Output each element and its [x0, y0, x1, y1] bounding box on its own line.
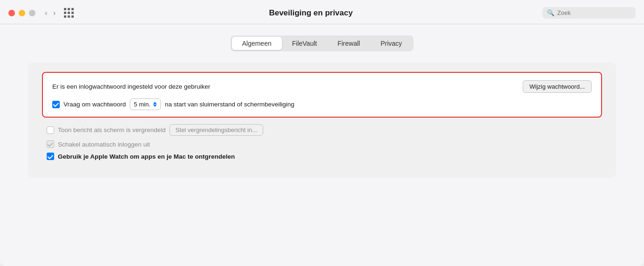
setting-row-apple-watch: Gebruik je Apple Watch om apps en je Mac… [42, 153, 602, 160]
require-password-checkbox[interactable] [52, 101, 60, 108]
window-title: Beveiliging en privacy [79, 8, 542, 18]
titlebar: ‹ › Beveiliging en privacy 🔍 [0, 0, 644, 24]
app-grid-icon[interactable] [64, 8, 74, 18]
grid-dot [68, 8, 70, 10]
show-message-label: Toon bericht als scherm is vergrendeld [58, 126, 166, 133]
setting-row-show-message: Toon bericht als scherm is vergrendeld S… [42, 124, 602, 136]
back-button[interactable]: ‹ [43, 8, 49, 18]
grid-dot [64, 15, 66, 18]
apple-watch-label: Gebruik je Apple Watch om apps en je Mac… [58, 153, 235, 160]
main-window: ‹ › Beveiliging en privacy 🔍 [0, 0, 644, 266]
grid-dot [68, 12, 70, 14]
forward-button[interactable]: › [51, 8, 58, 18]
tab-privacy[interactable]: Privacy [370, 37, 412, 50]
grid-dot [71, 15, 74, 18]
setting-row-auto-login: Schakel automatisch inloggen uit [42, 140, 602, 148]
maximize-button[interactable] [29, 10, 35, 16]
dropdown-value: 5 min. [134, 101, 150, 108]
require-password-label: Vraag om wachtwoord [63, 101, 126, 108]
tab-algemeen[interactable]: Algemeen [232, 37, 282, 50]
highlighted-section: Er is een inlogwachtwoord ingesteld voor… [42, 72, 602, 118]
auto-login-label: Schakel automatisch inloggen uit [58, 141, 150, 148]
grid-dot [71, 12, 74, 14]
password-info-label: Er is een inlogwachtwoord ingesteld voor… [52, 83, 210, 90]
set-message-button[interactable]: Stel vergrendelingsbericht in... [169, 124, 263, 136]
settings-panel: Er is een inlogwachtwoord ingesteld voor… [28, 63, 616, 178]
arrow-up-icon [153, 102, 157, 104]
grid-dot [64, 12, 66, 14]
nav-arrows: ‹ › [43, 8, 57, 18]
show-message-checkbox[interactable] [47, 126, 54, 134]
grid-dot [68, 15, 70, 18]
arrow-down-icon [153, 105, 157, 107]
require-password-row: Vraag om wachtwoord 5 min. na start van … [52, 98, 592, 110]
password-info-row: Er is een inlogwachtwoord ingesteld voor… [52, 80, 592, 93]
tab-filevault[interactable]: FileVault [282, 37, 327, 50]
time-dropdown[interactable]: 5 min. [130, 98, 161, 110]
apple-watch-checkbox[interactable] [47, 153, 54, 160]
minimize-button[interactable] [19, 10, 25, 16]
dropdown-arrows-icon [153, 102, 157, 107]
search-box[interactable]: 🔍 [542, 7, 636, 19]
content-area: Algemeen FileVault Firewall Privacy Er i… [0, 24, 644, 266]
tab-firewall[interactable]: Firewall [327, 37, 370, 50]
search-icon: 🔍 [547, 9, 554, 16]
after-sleep-label: na start van sluimerstand of schermbevei… [165, 101, 294, 108]
grid-dot [64, 8, 66, 10]
search-input[interactable] [557, 9, 623, 16]
auto-login-checkbox[interactable] [47, 140, 54, 148]
window-controls [8, 10, 35, 16]
close-button[interactable] [8, 10, 15, 16]
tab-bar: Algemeen FileVault Firewall Privacy [231, 35, 414, 51]
change-password-button[interactable]: Wijzig wachtwoord... [523, 80, 592, 93]
grid-dot [71, 8, 74, 10]
